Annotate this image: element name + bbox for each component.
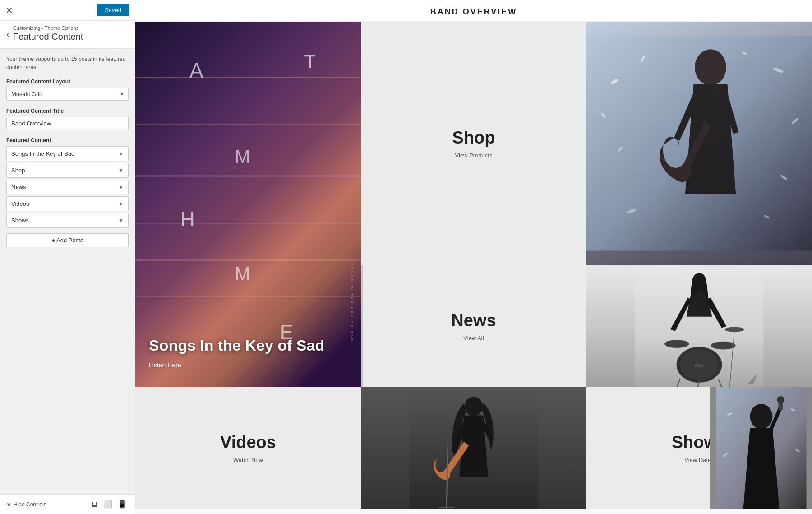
page-header: BAND OVERVIEW bbox=[135, 0, 812, 22]
svg-point-31 bbox=[750, 404, 773, 429]
fc-item-label-0: Songs In the Key of Sad bbox=[11, 150, 74, 157]
layout-field-group: Featured Content Layout Mosaic Grid bbox=[6, 79, 129, 101]
hide-controls-button[interactable]: 👁 Hide Controls bbox=[6, 501, 46, 508]
tablet-view-button[interactable]: ⬜ bbox=[102, 499, 114, 509]
svg-point-23 bbox=[725, 327, 744, 332]
fc-item-label-4: Shows bbox=[11, 217, 29, 224]
sidebar-content: Your theme supports up to 15 posts in it… bbox=[0, 49, 135, 494]
drummer-photo-cell: dw bbox=[586, 265, 812, 387]
fc-item-arrow-3: ▼ bbox=[118, 201, 124, 207]
shows-cell: Shows View Dates bbox=[586, 387, 812, 509]
hero-letter-m: M bbox=[235, 146, 250, 167]
hero-letter-t: T bbox=[304, 51, 316, 73]
fc-item-2[interactable]: News ▼ bbox=[6, 180, 129, 194]
sidebar: ✕ Saved ‹ Customizing • Theme Options Fe… bbox=[0, 0, 135, 514]
svg-point-17 bbox=[664, 340, 689, 348]
featured-content-group: Featured Content Songs In the Key of Sad… bbox=[6, 137, 129, 247]
drummer-svg: dw bbox=[586, 265, 812, 387]
svg-point-1 bbox=[695, 49, 726, 85]
featured-content-label: Featured Content bbox=[6, 137, 129, 144]
fc-item-arrow-0: ▼ bbox=[118, 151, 124, 157]
news-link[interactable]: View All bbox=[463, 335, 484, 342]
shop-cell: Shop View Products bbox=[361, 22, 586, 265]
hero-title: Songs In the Key of Sad bbox=[149, 336, 347, 355]
singer-svg bbox=[710, 387, 812, 509]
news-cell: News View All bbox=[361, 265, 586, 387]
eye-icon: 👁 bbox=[6, 501, 12, 508]
fc-item-arrow-2: ▼ bbox=[118, 184, 124, 190]
hero-letter-m2: M bbox=[235, 263, 250, 285]
guitarist-svg bbox=[586, 22, 812, 265]
sidebar-footer: 👁 Hide Controls 🖥 ⬜ 📱 bbox=[0, 494, 135, 514]
desktop-view-button[interactable]: 🖥 bbox=[89, 499, 100, 509]
fc-item-label-1: Shop bbox=[11, 167, 25, 174]
title-field-group: Featured Content Title bbox=[6, 108, 129, 130]
layout-select-wrapper: Mosaic Grid bbox=[6, 88, 129, 101]
videos-title: Videos bbox=[220, 433, 276, 452]
breadcrumb: Customizing • Theme Options bbox=[13, 25, 83, 31]
svg-point-33 bbox=[777, 396, 784, 403]
fc-item-4[interactable]: Shows ▼ bbox=[6, 213, 129, 228]
hero-content: Songs In the Key of Sad Listen Here bbox=[149, 336, 347, 369]
band-overview-title: BAND OVERVIEW bbox=[135, 7, 812, 17]
fc-item-label-3: Videos bbox=[11, 200, 29, 207]
hero-letter-h: H bbox=[180, 208, 195, 231]
content-grid: A T M H M E SONGS IN THE KEY OF SAD Song… bbox=[135, 22, 812, 514]
close-button[interactable]: ✕ bbox=[5, 5, 13, 16]
layout-select[interactable]: Mosaic Grid bbox=[6, 88, 129, 101]
sidebar-top-bar: ✕ Saved bbox=[0, 0, 135, 21]
female-guitarist-svg bbox=[361, 387, 586, 509]
hide-controls-label: Hide Controls bbox=[14, 501, 46, 508]
featured-content-items: Songs In the Key of Sad ▼ Shop ▼ News ▼ … bbox=[6, 146, 129, 228]
fc-item-arrow-1: ▼ bbox=[118, 167, 124, 174]
fc-item-0[interactable]: Songs In the Key of Sad ▼ bbox=[6, 146, 129, 161]
device-buttons: 🖥 ⬜ 📱 bbox=[89, 499, 129, 509]
svg-point-25 bbox=[465, 397, 483, 416]
videos-cell: Videos Watch Now bbox=[135, 387, 361, 509]
main-content: BAND OVERVIEW A T M H M E bbox=[135, 0, 812, 514]
news-title: News bbox=[451, 311, 496, 330]
mobile-view-button[interactable]: 📱 bbox=[116, 499, 129, 509]
fc-item-arrow-4: ▼ bbox=[118, 218, 124, 224]
hero-cell: A T M H M E SONGS IN THE KEY OF SAD Song… bbox=[135, 22, 361, 387]
hero-letter-a: A bbox=[189, 58, 203, 83]
fc-item-3[interactable]: Videos ▼ bbox=[6, 196, 129, 211]
vertical-text: SONGS IN THE KEY OF SAD bbox=[350, 263, 354, 342]
sidebar-header: ‹ Customizing • Theme Options Featured C… bbox=[0, 21, 135, 49]
info-text: Your theme supports up to 15 posts in it… bbox=[6, 55, 129, 71]
saved-button[interactable]: Saved bbox=[97, 4, 129, 16]
fc-item-1[interactable]: Shop ▼ bbox=[6, 163, 129, 178]
page-title: Featured Content bbox=[13, 32, 83, 42]
shop-link[interactable]: View Products bbox=[455, 152, 493, 159]
add-posts-button[interactable]: + Add Posts bbox=[6, 233, 129, 247]
svg-text:dw: dw bbox=[694, 361, 704, 369]
back-button[interactable]: ‹ bbox=[6, 29, 9, 38]
title-label: Featured Content Title bbox=[6, 108, 129, 114]
shows-link[interactable]: View Dates bbox=[684, 457, 714, 463]
videos-link[interactable]: Watch Now bbox=[233, 457, 263, 463]
shop-title: Shop bbox=[452, 128, 495, 148]
layout-label: Featured Content Layout bbox=[6, 79, 129, 85]
header-text: Customizing • Theme Options Featured Con… bbox=[13, 25, 83, 42]
fc-item-label-2: News bbox=[11, 184, 26, 190]
svg-point-18 bbox=[711, 342, 735, 349]
female-guitarist-cell bbox=[361, 387, 586, 509]
hero-listen-link[interactable]: Listen Here bbox=[149, 361, 181, 369]
guitarist-photo-cell bbox=[586, 22, 812, 265]
title-input[interactable] bbox=[6, 117, 129, 130]
